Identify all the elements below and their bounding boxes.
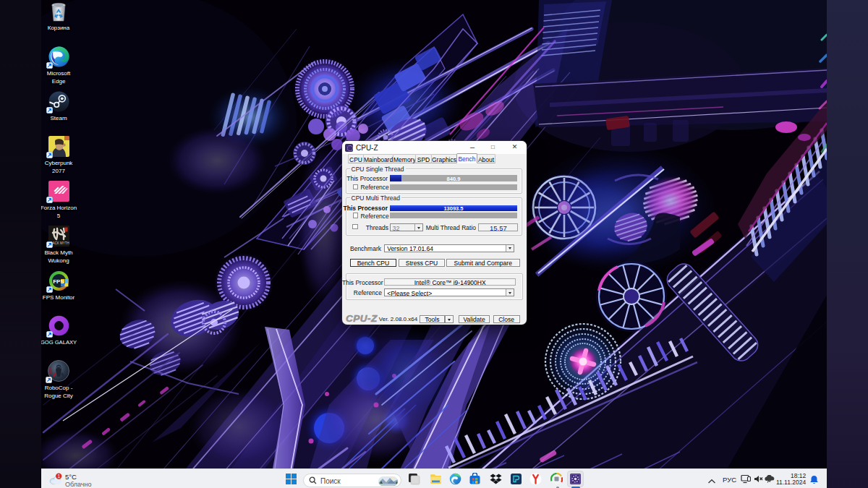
svg-text:1: 1 <box>57 474 60 479</box>
svg-text:FPS: FPS <box>53 278 64 285</box>
